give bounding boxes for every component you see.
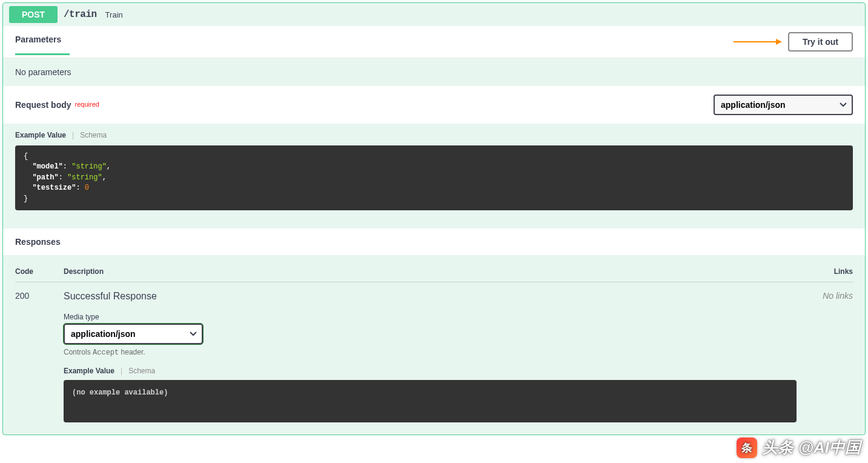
parameters-title: Parameters <box>15 35 61 49</box>
responses-table: Code Description Links 200 Successful Re… <box>3 255 865 435</box>
parameters-section-header: Parameters Try it out <box>3 26 865 58</box>
response-description: Successful Response <box>64 291 804 302</box>
response-description-cell: Successful Response Media type applicati… <box>64 291 804 422</box>
accept-header-hint: Controls Accept header. <box>64 348 804 357</box>
parameters-tab[interactable]: Parameters <box>15 35 61 49</box>
response-links: No links <box>804 291 853 301</box>
tab-schema[interactable]: Schema <box>128 367 155 375</box>
model-example-tabs: Example Value | Schema <box>3 124 865 145</box>
arrow-annotation <box>734 38 782 45</box>
no-parameters-text: No parameters <box>15 67 853 77</box>
response-example-code[interactable]: (no example available) <box>64 380 797 422</box>
watermark: 头条 @AI中国 <box>737 437 861 438</box>
svg-marker-1 <box>776 39 782 45</box>
required-label: required <box>75 101 99 108</box>
request-body-title: Request body <box>15 100 71 110</box>
media-type-select[interactable]: application/json <box>64 324 203 344</box>
watermark-text: 头条 @AI中国 <box>762 437 861 438</box>
try-it-out-button[interactable]: Try it out <box>788 32 853 52</box>
operation-block: POST /train Train Parameters Try it out … <box>2 2 866 435</box>
response-row: 200 Successful Response Media type appli… <box>15 282 853 422</box>
content-type-select[interactable]: application/json <box>714 95 853 115</box>
media-type-label: Media type <box>64 313 804 321</box>
responses-title: Responses <box>3 228 865 255</box>
operation-path: /train <box>64 9 97 20</box>
col-header-description: Description <box>64 267 804 276</box>
request-example-code[interactable]: { "model": "string", "path": "string", "… <box>15 145 853 210</box>
http-method-badge: POST <box>9 6 58 23</box>
parameters-body: No parameters <box>3 58 865 86</box>
arrow-right-icon <box>734 38 782 45</box>
col-header-code: Code <box>15 267 64 276</box>
operation-summary[interactable]: POST /train Train <box>3 3 865 26</box>
operation-summary-text: Train <box>105 10 123 19</box>
tab-schema[interactable]: Schema <box>80 131 107 139</box>
response-model-tabs: Example Value | Schema <box>64 367 804 375</box>
tab-example-value[interactable]: Example Value <box>15 131 66 139</box>
col-header-links: Links <box>804 267 853 276</box>
responses-table-header: Code Description Links <box>15 267 853 282</box>
request-body-header: Request body required application/json <box>3 86 865 124</box>
tab-example-value[interactable]: Example Value <box>64 367 114 375</box>
response-code: 200 <box>15 291 64 301</box>
